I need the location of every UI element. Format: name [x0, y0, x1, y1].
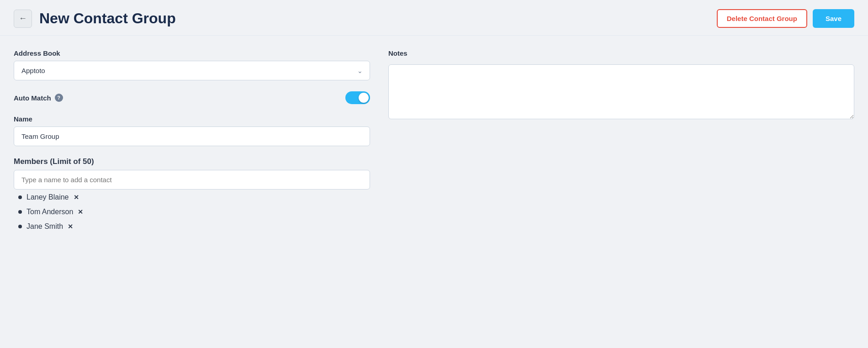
left-column: Address Book Apptoto ⌄ Auto Match ? — [14, 49, 370, 231]
auto-match-text: Auto Match — [14, 94, 51, 102]
remove-member-button[interactable]: ✕ — [78, 208, 83, 216]
address-book-label: Address Book — [14, 49, 370, 57]
member-name: Jane Smith — [26, 222, 63, 231]
remove-member-button[interactable]: ✕ — [68, 223, 73, 230]
main-content: Address Book Apptoto ⌄ Auto Match ? — [0, 36, 868, 244]
name-input[interactable] — [14, 127, 370, 146]
page-title: New Contact Group — [39, 10, 176, 27]
list-item: Laney Blaine ✕ — [18, 193, 370, 201]
notes-textarea[interactable] — [388, 64, 854, 119]
name-field: Name — [14, 115, 370, 146]
member-name: Laney Blaine — [26, 193, 69, 201]
address-book-select[interactable]: Apptoto — [14, 61, 370, 80]
auto-match-row: Auto Match ? — [14, 91, 370, 104]
members-field: Members (Limit of 50) Laney Blaine ✕ Tom… — [14, 157, 370, 231]
auto-match-label: Auto Match ? — [14, 94, 63, 102]
auto-match-toggle[interactable] — [345, 91, 370, 104]
address-book-field: Address Book Apptoto ⌄ — [14, 49, 370, 80]
header-left: ← New Contact Group — [14, 10, 176, 28]
help-icon[interactable]: ? — [55, 94, 63, 102]
delete-contact-group-button[interactable]: Delete Contact Group — [717, 9, 807, 28]
toggle-track — [345, 91, 370, 104]
save-button[interactable]: Save — [813, 9, 854, 28]
notes-field: Notes — [388, 49, 854, 119]
remove-member-button[interactable]: ✕ — [74, 194, 79, 201]
notes-label: Notes — [388, 49, 854, 57]
back-button[interactable]: ← — [14, 10, 32, 28]
member-name: Tom Anderson — [26, 208, 73, 216]
bullet-icon — [18, 195, 22, 199]
toggle-thumb — [359, 93, 369, 103]
page-header: ← New Contact Group Delete Contact Group… — [0, 0, 868, 36]
bullet-icon — [18, 225, 22, 228]
members-label: Members (Limit of 50) — [14, 157, 370, 166]
bullet-icon — [18, 210, 22, 214]
members-search-input[interactable] — [14, 170, 370, 190]
header-right: Delete Contact Group Save — [717, 9, 854, 28]
list-item: Jane Smith ✕ — [18, 222, 370, 231]
list-item: Tom Anderson ✕ — [18, 208, 370, 216]
address-book-select-wrapper: Apptoto ⌄ — [14, 61, 370, 80]
name-label: Name — [14, 115, 370, 123]
members-list: Laney Blaine ✕ Tom Anderson ✕ Jane Smith… — [14, 193, 370, 231]
right-column: Notes — [388, 49, 854, 231]
